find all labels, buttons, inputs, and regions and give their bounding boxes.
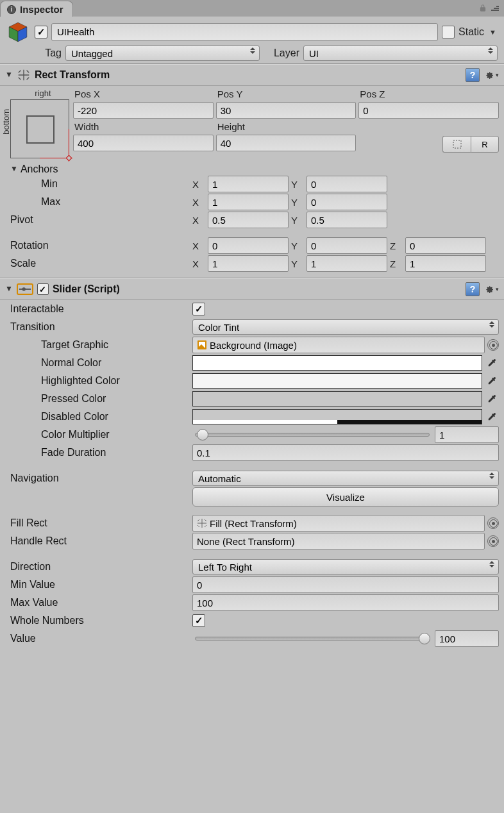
handle-rect-label: Handle Rect (10, 535, 190, 547)
posz-input[interactable] (358, 102, 499, 119)
anchor-min-x-input[interactable] (208, 176, 289, 192)
gameobject-enabled-checkbox[interactable]: ✓ (35, 26, 47, 38)
layer-label: Layer (264, 47, 299, 59)
scale-y-input[interactable] (307, 255, 387, 272)
scale-x-input[interactable] (208, 255, 289, 272)
rotation-z-input[interactable] (405, 237, 486, 254)
raw-edit-button[interactable]: R (471, 136, 499, 153)
slider-body: Interactable ✓ Transition Color Tint Tar… (0, 300, 504, 653)
fill-rect-field[interactable]: Fill (Rect Transform) (192, 515, 485, 532)
scale-label: Scale (10, 258, 190, 269)
static-dropdown-arrow[interactable]: ▼ (488, 28, 498, 36)
pivot-y-input[interactable] (307, 212, 387, 228)
anchor-min-y-input[interactable] (307, 176, 387, 192)
object-picker-icon[interactable] (487, 339, 499, 351)
target-graphic-field[interactable]: Background (Image) (192, 337, 485, 353)
min-value-input[interactable] (192, 576, 499, 593)
highlighted-color-label: Highlighted Color (10, 375, 190, 387)
disabled-color-field[interactable] (192, 409, 482, 424)
anchor-min-label: Min (10, 178, 190, 190)
handle-rect-field[interactable]: None (Rect Transform) (192, 533, 485, 549)
foldout-icon[interactable]: ▼ (5, 284, 13, 293)
svg-rect-3 (453, 140, 461, 148)
rect-transform-icon (197, 518, 207, 528)
posy-label: Pos Y (216, 88, 357, 99)
normal-color-field[interactable] (192, 355, 482, 371)
value-input[interactable] (435, 630, 499, 647)
rect-transform-header: ▼ Rect Transform ? ▾ (0, 64, 504, 86)
axis-y-label: Y (291, 179, 304, 190)
help-icon[interactable]: ? (466, 282, 480, 296)
posx-input[interactable] (73, 102, 214, 119)
eyedropper-icon[interactable] (485, 392, 499, 406)
anchor-max-label: Max (10, 196, 190, 208)
gear-icon[interactable] (483, 283, 495, 295)
width-input[interactable] (73, 135, 214, 151)
visualize-button[interactable]: Visualize (192, 487, 499, 507)
layer-dropdown[interactable]: UI (303, 46, 498, 61)
highlighted-color-field[interactable] (192, 373, 482, 389)
tag-dropdown[interactable]: Untagged (65, 46, 260, 61)
rotation-y-input[interactable] (307, 237, 387, 254)
pivot-x-input[interactable] (208, 212, 289, 228)
transition-dropdown[interactable]: Color Tint (192, 319, 499, 335)
interactable-checkbox[interactable]: ✓ (192, 303, 205, 315)
min-value-label: Min Value (10, 579, 190, 591)
gear-arrow: ▾ (496, 72, 499, 78)
anchor-max-x-input[interactable] (208, 194, 289, 210)
disabled-color-label: Disabled Color (10, 411, 190, 423)
anchor-top-label: right (35, 88, 51, 98)
foldout-icon: ▼ (10, 164, 18, 173)
blueprint-mode-button[interactable] (442, 136, 471, 153)
object-picker-icon[interactable] (487, 517, 499, 529)
help-icon[interactable]: ? (466, 68, 480, 82)
tag-label: Tag (36, 47, 62, 59)
layer-value: UI (309, 48, 319, 59)
scale-z-input[interactable] (405, 255, 486, 272)
gameobject-name-input[interactable] (51, 23, 438, 41)
navigation-dropdown[interactable]: Automatic (192, 471, 499, 486)
eyedropper-icon[interactable] (485, 410, 499, 424)
slider-header: ▼ ✓ Slider (Script) ? ▾ (0, 279, 504, 300)
inspector-window: i Inspector ✓ Static ▼ (0, 0, 504, 813)
value-slider[interactable] (195, 637, 430, 641)
tab-strip: i Inspector (0, 0, 504, 17)
foldout-icon[interactable]: ▼ (5, 70, 13, 79)
eyedropper-icon[interactable] (485, 374, 499, 388)
transition-label: Transition (10, 321, 190, 333)
rotation-x-input[interactable] (208, 237, 289, 254)
static-checkbox[interactable] (442, 26, 455, 38)
value-label: Value (10, 633, 190, 644)
width-label: Width (73, 121, 214, 132)
pressed-color-field[interactable] (192, 391, 482, 406)
rect-transform-props: ▼ Anchors Min X Y Max X Y Pivot X (0, 163, 504, 278)
color-multiplier-slider[interactable] (195, 433, 430, 437)
gear-icon[interactable] (483, 69, 495, 81)
lock-icon[interactable] (478, 4, 487, 13)
pivot-label: Pivot (10, 214, 190, 226)
eyedropper-icon[interactable] (485, 356, 499, 370)
posz-label: Pos Z (358, 88, 499, 99)
svg-point-5 (22, 287, 26, 291)
object-picker-icon[interactable] (487, 535, 499, 547)
gameobject-icon[interactable] (5, 21, 31, 43)
posy-input[interactable] (216, 102, 357, 119)
max-value-label: Max Value (10, 597, 190, 608)
color-multiplier-input[interactable] (435, 426, 499, 443)
target-graphic-value: Background (Image) (210, 340, 297, 351)
info-icon: i (7, 5, 16, 14)
height-label: Height (216, 121, 357, 132)
slider-enabled-checkbox[interactable]: ✓ (37, 283, 49, 295)
rect-transform-body: right bottom Pos X Pos Y Pos Z Width Hei… (0, 86, 504, 163)
anchor-preset-widget[interactable]: right bottom (10, 88, 69, 158)
whole-numbers-checkbox[interactable]: ✓ (192, 614, 205, 627)
anchors-foldout[interactable]: ▼ Anchors (10, 163, 499, 175)
panel-menu-icon[interactable] (490, 6, 499, 11)
anchor-max-y-input[interactable] (307, 194, 387, 210)
direction-dropdown[interactable]: Left To Right (192, 559, 499, 574)
fill-rect-label: Fill Rect (10, 517, 190, 529)
height-input[interactable] (216, 135, 357, 151)
inspector-tab[interactable]: i Inspector (0, 1, 73, 17)
fade-duration-input[interactable] (192, 444, 499, 461)
max-value-input[interactable] (192, 594, 499, 611)
